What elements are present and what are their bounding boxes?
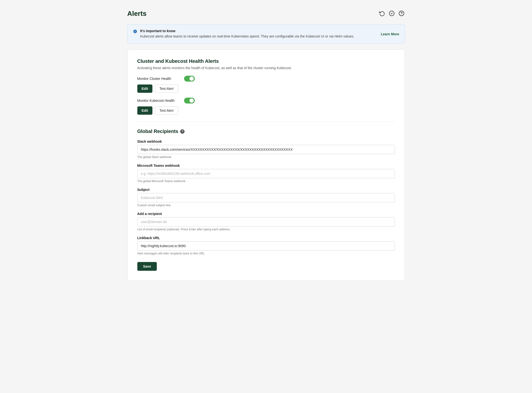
subject-hint: Custom email subject line. (137, 204, 395, 207)
save-button[interactable]: Save (137, 262, 157, 271)
teams-webhook-label: Microsoft Teams webhook (137, 164, 395, 168)
recipient-label: Add a recipient (137, 212, 395, 216)
monitor-kubecost-toggle[interactable] (184, 98, 195, 103)
subject-group: Subject Custom email subject line. (137, 188, 395, 207)
monitor-cluster-test-button[interactable]: Test Alert (155, 84, 178, 93)
monitor-kubecost-edit-button[interactable]: Edit (137, 106, 152, 115)
linkback-input[interactable] (137, 241, 395, 251)
info-icon: i (133, 29, 137, 35)
teams-webhook-group: Microsoft Teams webhook The global Micro… (137, 164, 395, 183)
slack-webhook-group: Slack webhook The global Slack webhook (137, 140, 395, 159)
monitor-cluster-buttons: Edit Test Alert (137, 84, 395, 93)
cluster-section-title: Cluster and Kubecost Health Alerts (137, 58, 395, 64)
linkback-label: Linkback URL (137, 236, 395, 240)
page-title: Alerts (127, 10, 147, 18)
check-circle-icon[interactable] (389, 10, 395, 17)
refresh-icon[interactable] (379, 10, 385, 17)
monitor-cluster-edit-button[interactable]: Edit (137, 84, 152, 93)
help-circle-icon[interactable] (399, 10, 405, 17)
banner-content: It's important to know Kubecost alerts a… (140, 29, 373, 39)
cluster-health-section: Cluster and Kubecost Health Alerts Activ… (137, 58, 395, 115)
recipient-input[interactable] (137, 217, 395, 226)
recipient-group: Add a recipient List of email recipients… (137, 212, 395, 231)
slack-webhook-label: Slack webhook (137, 140, 395, 143)
global-recipients-title-row: Global Recipients ? (137, 129, 395, 134)
global-recipients-title: Global Recipients (137, 129, 178, 134)
recipient-hint: List of email recipients (optional). Pre… (137, 228, 395, 231)
slack-webhook-hint: The global Slack webhook (137, 155, 395, 159)
monitor-kubecost-buttons: Edit Test Alert (137, 106, 395, 115)
page-header: Alerts (127, 10, 405, 18)
global-recipients-help-icon[interactable]: ? (180, 129, 185, 134)
monitor-cluster-toggle[interactable] (184, 76, 195, 82)
subject-label: Subject (137, 188, 395, 192)
linkback-hint: Alert messages will refer recipients bac… (137, 252, 395, 255)
subject-input[interactable] (137, 193, 395, 202)
header-icons (379, 10, 405, 17)
teams-webhook-hint: The global Microsoft Teams webhook (137, 179, 395, 183)
linkback-group: Linkback URL Alert messages will refer r… (137, 236, 395, 255)
global-recipients-section: Global Recipients ? Slack webhook The gl… (137, 129, 395, 271)
monitor-cluster-label: Monitor Cluster Health (137, 77, 181, 81)
monitor-cluster-row: Monitor Cluster Health (137, 76, 395, 82)
main-card: Cluster and Kubecost Health Alerts Activ… (127, 49, 405, 281)
section-divider (137, 122, 395, 122)
learn-more-link[interactable]: Learn More (381, 32, 399, 36)
monitor-kubecost-row: Monitor Kubecost Health (137, 98, 395, 103)
monitor-kubecost-label: Monitor Kubecost Health (137, 99, 181, 103)
cluster-section-desc: Activating these alerts monitors the hea… (137, 66, 395, 70)
monitor-kubecost-test-button[interactable]: Test Alert (155, 106, 178, 115)
banner-title: It's important to know (140, 29, 373, 33)
slack-webhook-input[interactable] (137, 145, 395, 154)
info-banner: i It's important to know Kubecost alerts… (127, 24, 405, 44)
svg-text:i: i (135, 30, 135, 33)
teams-webhook-input[interactable] (137, 169, 395, 178)
banner-text: Kubecost alerts allow teams to receive u… (140, 34, 373, 39)
